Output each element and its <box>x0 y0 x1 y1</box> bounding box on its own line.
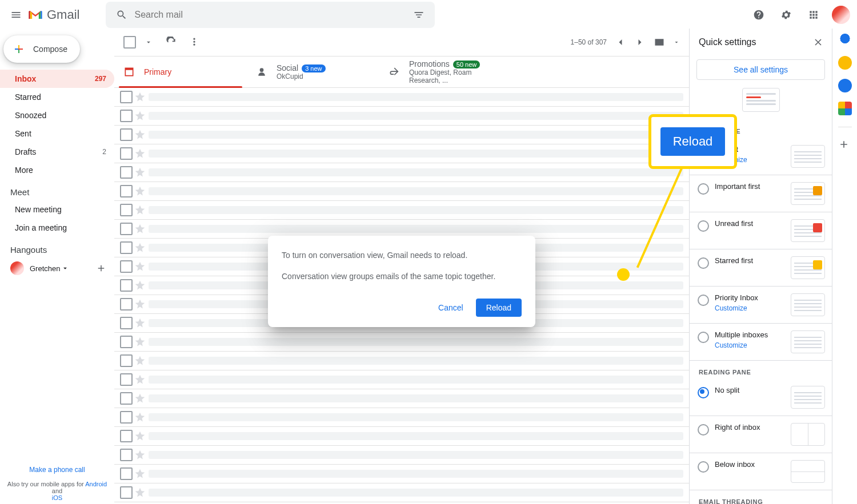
phone-call-link[interactable]: Make a phone call <box>6 466 109 474</box>
callout-reload-button: Reload <box>660 127 726 156</box>
option-important-first[interactable]: Important first <box>690 175 832 212</box>
option-thumbnail <box>791 219 825 242</box>
chevron-down-icon[interactable] <box>61 264 69 272</box>
option-priority-inbox[interactable]: Priority InboxCustomize <box>690 287 832 324</box>
keep-app-icon[interactable] <box>838 56 852 70</box>
close-icon[interactable] <box>809 33 827 51</box>
reload-button[interactable]: Reload <box>476 299 522 317</box>
header: Gmail <box>0 0 857 29</box>
callout-bubble: Reload <box>648 114 737 169</box>
left-sidebar: Compose Inbox297StarredSnoozedSentDrafts… <box>0 29 114 504</box>
option-thumbnail <box>791 460 825 483</box>
compose-button[interactable]: Compose <box>3 35 80 63</box>
radio[interactable] <box>698 387 709 398</box>
option-thumbnail <box>791 256 825 279</box>
radio[interactable] <box>698 424 709 436</box>
option-no-split[interactable]: No split <box>690 379 832 416</box>
callout-pointer-dot <box>617 268 630 281</box>
see-all-settings-button[interactable]: See all settings <box>696 59 825 80</box>
apps-icon[interactable] <box>802 3 825 26</box>
nav-snoozed[interactable]: Snoozed <box>0 106 114 124</box>
compose-label: Compose <box>33 45 67 54</box>
email-threading-heading: EMAIL THREADING <box>690 490 832 504</box>
android-link[interactable]: Android <box>85 481 107 487</box>
radio[interactable] <box>698 332 709 343</box>
search-icon[interactable] <box>110 3 133 26</box>
account-avatar[interactable] <box>830 3 852 26</box>
option-right-of-inbox[interactable]: Right of inbox <box>690 416 832 453</box>
calendar-app-icon[interactable] <box>838 33 852 47</box>
density-thumbnail[interactable] <box>742 88 780 112</box>
meet-heading: Meet <box>0 179 114 200</box>
option-thumbnail <box>791 386 825 409</box>
option-thumbnail <box>791 145 825 168</box>
nav-starred[interactable]: Starred <box>0 88 114 106</box>
header-icons <box>747 3 852 26</box>
cancel-button[interactable]: Cancel <box>430 299 471 317</box>
option-thumbnail <box>791 182 825 205</box>
dialog-line-1: To turn on conversation view, Gmail need… <box>282 249 522 261</box>
nav-sent[interactable]: Sent <box>0 124 114 143</box>
hangouts-user[interactable]: Gretchen <box>0 258 114 277</box>
avatar <box>10 261 24 275</box>
menu-icon[interactable] <box>5 3 27 26</box>
dialog-line-2: Conversation view groups emails of the s… <box>282 271 522 283</box>
plus-icon[interactable] <box>96 263 106 273</box>
radio[interactable] <box>698 295 709 306</box>
radio[interactable] <box>698 461 709 473</box>
nav-drafts[interactable]: Drafts2 <box>0 143 114 161</box>
reload-dialog: To turn on conversation view, Gmail need… <box>268 236 535 327</box>
radio[interactable] <box>698 183 709 195</box>
meet-new-meeting[interactable]: New meeting <box>0 200 114 219</box>
quick-settings-panel: Quick settings See all settings INBOX TY… <box>689 29 832 504</box>
customize-link[interactable]: Customize <box>715 341 785 349</box>
option-thumbnail <box>791 423 825 446</box>
option-thumbnail <box>791 293 825 316</box>
hangouts-heading: Hangouts <box>0 237 114 258</box>
radio[interactable] <box>698 220 709 232</box>
side-app-rail <box>832 29 857 504</box>
settings-icon[interactable] <box>775 3 798 26</box>
nav-more[interactable]: More <box>0 161 114 179</box>
modal-overlay: To turn on conversation view, Gmail need… <box>114 29 689 504</box>
search-field[interactable] <box>106 2 435 28</box>
tasks-app-icon[interactable] <box>838 79 852 92</box>
option-unread-first[interactable]: Unread first <box>690 212 832 249</box>
nav-inbox[interactable]: Inbox297 <box>0 70 114 88</box>
search-input[interactable] <box>133 9 407 21</box>
gmail-logo[interactable]: Gmail <box>27 7 79 23</box>
search-options-icon[interactable] <box>407 3 430 26</box>
ios-link[interactable]: iOS <box>52 494 62 501</box>
option-starred-first[interactable]: Starred first <box>690 249 832 287</box>
add-app-icon[interactable] <box>838 139 852 152</box>
contacts-app-icon[interactable] <box>838 102 852 115</box>
customize-link[interactable]: Customize <box>715 304 785 312</box>
meet-join-a-meeting[interactable]: Join a meeting <box>0 219 114 237</box>
help-icon[interactable] <box>747 3 770 26</box>
logo-text: Gmail <box>47 7 79 22</box>
main-pane: 1–50 of 307 PrimarySocial3 newOkCupidPro… <box>114 29 689 504</box>
quick-settings-title: Quick settings <box>690 29 832 56</box>
option-below-inbox[interactable]: Below inbox <box>690 453 832 490</box>
reading-pane-heading: READING PANE <box>690 361 832 379</box>
option-thumbnail <box>791 330 825 353</box>
radio[interactable] <box>698 257 709 269</box>
option-multiple-inboxes[interactable]: Multiple inboxesCustomize <box>690 324 832 361</box>
